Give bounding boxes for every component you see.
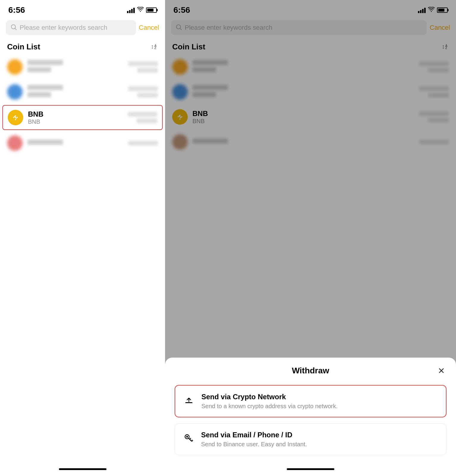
left-coin-icon-4	[7, 135, 23, 151]
left-home-bar	[59, 468, 106, 470]
left-coin-row-2[interactable]	[2, 80, 163, 104]
left-coin-value-2	[128, 86, 158, 98]
left-section-header: Coin List ↕ A Z	[0, 37, 165, 55]
left-bnb-icon	[8, 110, 23, 125]
svg-text:Z: Z	[154, 46, 156, 50]
email-phone-content: Send via Email / Phone / ID Send to Bina…	[201, 431, 307, 448]
left-coin-row-bnb[interactable]: BNB BNB	[2, 105, 163, 130]
withdraw-header: Withdraw ✕	[175, 366, 446, 375]
left-coin-name-4	[27, 140, 63, 145]
left-battery-icon	[146, 7, 157, 13]
left-coin-value-4	[128, 141, 158, 145]
left-signal-icon	[127, 7, 135, 13]
left-coin-list: BNB BNB	[0, 55, 165, 464]
left-home-indicator	[0, 464, 165, 476]
right-phone-panel: 6:56	[165, 0, 456, 476]
svg-point-14	[186, 436, 188, 438]
svg-text:↕: ↕	[151, 43, 154, 50]
left-bnb-value	[128, 112, 157, 123]
left-sort-icon[interactable]: ↕ A Z	[151, 43, 158, 51]
crypto-network-option[interactable]: Send via Crypto Network Send to a known …	[175, 385, 446, 417]
left-coin-row-1[interactable]	[2, 55, 163, 79]
left-search-input-container[interactable]: Please enter keywords search	[6, 20, 136, 35]
left-search-bar: Please enter keywords search Cancel	[0, 18, 165, 37]
left-coin-row-4[interactable]	[2, 131, 163, 155]
left-status-bar: 6:56	[0, 0, 165, 18]
left-coin-symbol-2	[27, 92, 51, 97]
left-phone-panel: 6:56	[0, 0, 165, 476]
left-coin-symbol-1	[27, 67, 51, 72]
left-time: 6:56	[8, 5, 25, 15]
svg-rect-12	[185, 402, 192, 403]
left-wifi-icon	[137, 7, 144, 14]
left-coin-icon-1	[7, 59, 23, 75]
email-phone-title: Send via Email / Phone / ID	[201, 431, 307, 439]
left-coin-name-2	[27, 85, 63, 90]
left-cancel-button[interactable]: Cancel	[139, 24, 159, 32]
key-icon	[182, 431, 195, 444]
left-search-icon	[11, 24, 17, 32]
right-home-bar	[287, 468, 334, 470]
left-bnb-info: BNB BNB	[28, 110, 128, 125]
left-search-placeholder: Please enter keywords search	[20, 24, 107, 32]
withdraw-close-button[interactable]: ✕	[436, 365, 446, 376]
crypto-network-title: Send via Crypto Network	[201, 393, 338, 401]
right-phone-inner: 6:56	[165, 0, 456, 476]
left-coin-icon-2	[7, 84, 23, 100]
left-bnb-name: BNB	[28, 110, 128, 118]
upload-icon	[182, 393, 195, 406]
left-bnb-symbol: BNB	[28, 118, 128, 125]
email-phone-desc: Send to Binance user. Easy and Instant.	[201, 441, 307, 448]
left-status-icons	[127, 7, 157, 14]
left-coin-info-4	[27, 140, 128, 147]
left-coin-name-1	[27, 60, 63, 65]
left-coin-info-2	[27, 85, 128, 99]
withdraw-title: Withdraw	[292, 366, 329, 375]
crypto-network-content: Send via Crypto Network Send to a known …	[201, 393, 338, 410]
right-home-indicator	[165, 464, 456, 476]
crypto-network-desc: Send to a known crypto address via crypt…	[201, 403, 338, 410]
left-coin-list-title: Coin List	[7, 42, 40, 51]
withdraw-bottom-sheet: Withdraw ✕ Send via Crypto Network Send …	[165, 358, 456, 476]
left-coin-info-1	[27, 60, 128, 74]
left-coin-value-1	[128, 61, 158, 73]
svg-line-1	[15, 28, 16, 30]
email-phone-option[interactable]: Send via Email / Phone / ID Send to Bina…	[175, 423, 446, 455]
